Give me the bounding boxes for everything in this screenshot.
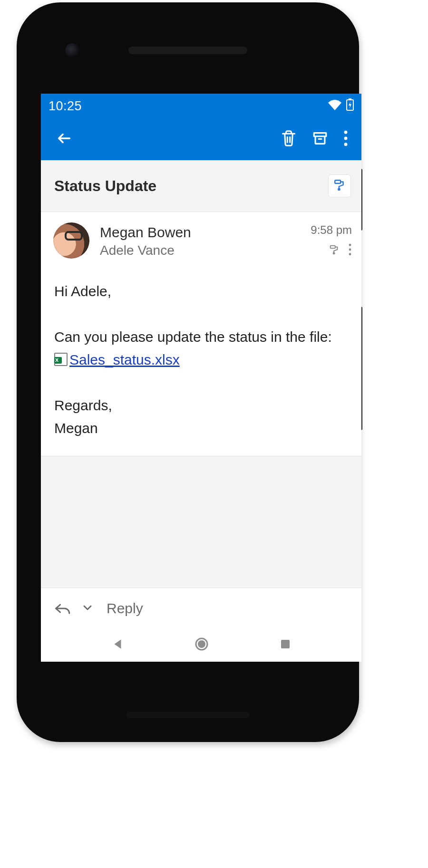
svg-point-10 [349, 249, 351, 251]
sender-name[interactable]: Megan Bowen [100, 223, 311, 241]
reply-mode-chevron[interactable] [83, 604, 92, 613]
chevron-down-icon [83, 604, 92, 613]
svg-point-4 [344, 143, 348, 146]
delete-button[interactable] [273, 125, 304, 154]
paint-roller-icon [329, 248, 340, 256]
square-icon [280, 638, 291, 652]
paint-roller-icon [333, 179, 346, 193]
triangle-left-icon [112, 638, 124, 652]
email-subject: Status Update [54, 177, 328, 195]
recipient-name[interactable]: Adele Vance [100, 241, 311, 260]
svg-rect-5 [335, 180, 340, 183]
svg-point-3 [344, 137, 348, 140]
action-bar [41, 118, 361, 160]
more-vertical-icon [348, 249, 352, 257]
excel-icon [54, 353, 68, 366]
phone-earpiece [128, 47, 247, 54]
svg-rect-7 [331, 246, 335, 249]
message-body: Hi Adele, Can you please update the stat… [41, 267, 361, 456]
attachment-link[interactable]: Sales_status.xlsx [69, 352, 180, 367]
avatar[interactable] [53, 222, 89, 259]
message-header: Megan Bowen Adele Vance 9:58 pm [41, 212, 361, 267]
status-time: 10:25 [49, 99, 82, 114]
svg-point-9 [349, 244, 351, 246]
reply-bar[interactable]: Reply [41, 588, 361, 628]
body-signoff: Regards, [54, 394, 348, 417]
overflow-button[interactable] [336, 125, 356, 153]
battery-icon [346, 98, 354, 114]
phone-speaker [126, 712, 250, 718]
archive-button[interactable] [304, 125, 336, 153]
message-overflow-button[interactable] [348, 243, 352, 258]
svg-point-11 [349, 253, 351, 255]
nav-home[interactable] [195, 637, 209, 653]
more-vertical-icon [343, 130, 348, 148]
back-button[interactable] [51, 125, 77, 153]
svg-point-13 [198, 640, 205, 648]
body-signature: Megan [54, 417, 348, 440]
screen: 10:25 [41, 94, 361, 662]
phone-camera [65, 43, 79, 58]
circle-icon [195, 637, 209, 653]
archive-icon [312, 130, 328, 148]
thread-spacer [41, 456, 361, 588]
phone-frame: 10:25 [17, 2, 359, 742]
message-time: 9:58 pm [311, 223, 352, 237]
body-greeting: Hi Adele, [54, 280, 348, 303]
nav-recents[interactable] [280, 638, 291, 652]
status-bar: 10:25 [41, 94, 361, 118]
svg-rect-14 [281, 640, 290, 648]
svg-point-2 [344, 131, 348, 134]
subject-bar: Status Update [41, 160, 361, 212]
android-nav-bar [41, 628, 361, 662]
reply-icon [54, 602, 70, 615]
trash-icon [281, 130, 297, 149]
addin-small-button[interactable] [329, 244, 340, 257]
reply-label: Reply [105, 600, 143, 617]
nav-back[interactable] [112, 638, 124, 652]
body-line-1: Can you please update the status in the … [54, 329, 332, 345]
addin-button[interactable] [328, 174, 351, 197]
wifi-icon [328, 99, 341, 114]
